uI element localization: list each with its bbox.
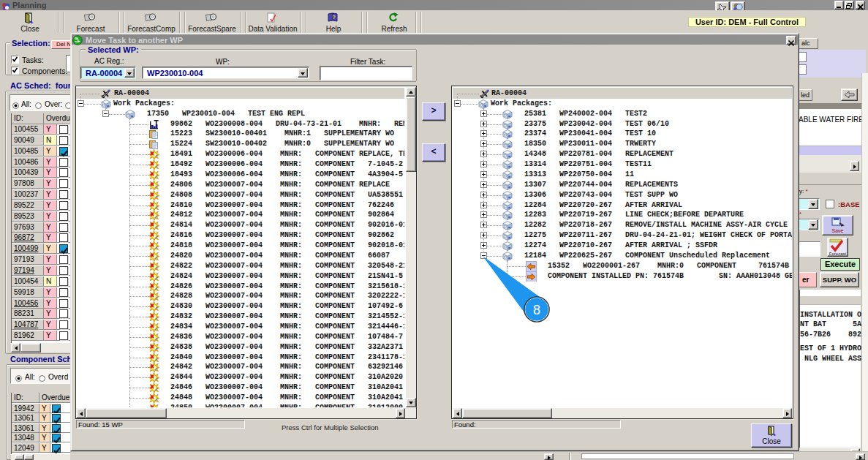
svg-text:8: 8	[533, 303, 540, 317]
